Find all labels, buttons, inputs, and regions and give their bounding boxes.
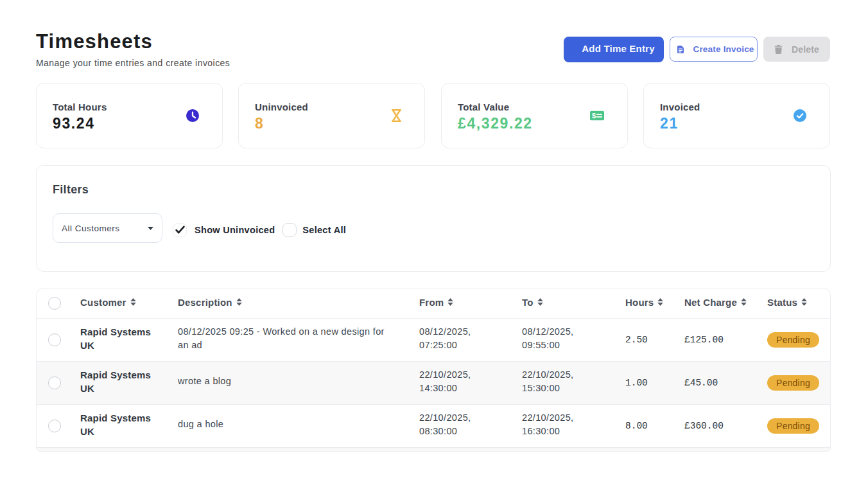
svg-text:$: $ [592, 112, 596, 120]
